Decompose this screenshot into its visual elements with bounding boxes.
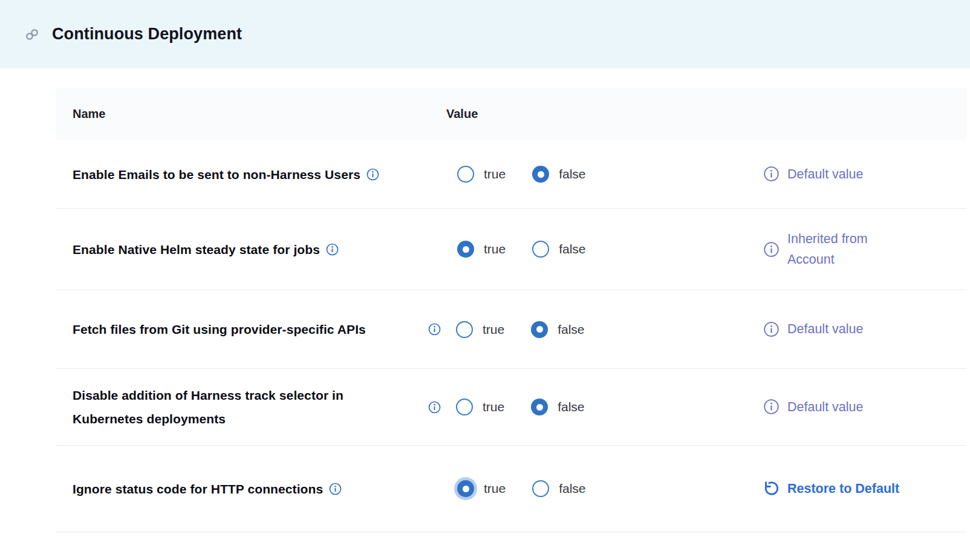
setting-value-cell: true false: [427, 399, 744, 415]
setting-value-cell: true false: [427, 166, 744, 183]
column-header-name: Name: [56, 107, 427, 121]
status-label: Default value: [787, 397, 864, 417]
radio-label-false[interactable]: false: [559, 481, 585, 496]
radio-option-false[interactable]: false: [532, 166, 585, 183]
setting-status-cell: Default value: [744, 397, 966, 417]
setting-name-cell: Enable Native Helm steady state for jobs: [56, 238, 427, 261]
radio-group: true false: [456, 399, 585, 415]
restore-to-default-button[interactable]: Restore to Default: [763, 478, 966, 499]
setting-name-cell: Fetch files from Git using provider-spec…: [56, 317, 427, 341]
info-icon[interactable]: [428, 323, 441, 336]
setting-name: Disable addition of Harness track select…: [73, 383, 402, 431]
info-icon[interactable]: [366, 168, 379, 181]
status-badge: Default value: [763, 397, 966, 417]
radio-option-true[interactable]: true: [457, 241, 506, 258]
setting-name: Enable Native Helm steady state for jobs: [73, 243, 320, 256]
setting-value-cell: true false: [427, 480, 744, 497]
setting-status-cell: Default value: [744, 319, 966, 339]
info-icon[interactable]: [329, 483, 342, 495]
radio-false[interactable]: [531, 321, 548, 338]
info-icon[interactable]: [763, 321, 780, 337]
radio-option-true[interactable]: true: [456, 321, 504, 338]
radio-label-false[interactable]: false: [559, 167, 585, 181]
radio-label-true[interactable]: true: [484, 167, 506, 181]
radio-true[interactable]: [456, 321, 473, 338]
status-badge: Default value: [763, 319, 966, 339]
table-row: Enable Native Helm steady state for jobs…: [56, 209, 966, 290]
setting-value-cell: true false: [427, 241, 744, 258]
radio-label-true[interactable]: true: [484, 242, 506, 256]
radio-group: true false: [457, 480, 586, 497]
table-row: Ignore status code for HTTP connections …: [56, 446, 966, 532]
radio-group: true false: [457, 241, 586, 258]
radio-false[interactable]: [532, 241, 549, 258]
radio-option-true[interactable]: true: [456, 399, 504, 415]
setting-name: Fetch files from Git using provider-spec…: [73, 317, 366, 341]
restore-icon[interactable]: [763, 480, 780, 497]
setting-value-cell: true false: [427, 321, 744, 338]
radio-option-false[interactable]: false: [531, 321, 584, 338]
status-label[interactable]: Restore to Default: [787, 478, 899, 499]
setting-status-cell: Restore to Default: [744, 478, 966, 499]
info-icon[interactable]: [763, 241, 780, 258]
radio-true[interactable]: [457, 166, 474, 183]
radio-label-false[interactable]: false: [558, 322, 584, 337]
radio-label-true[interactable]: true: [483, 400, 504, 414]
radio-true[interactable]: [457, 241, 474, 258]
setting-name: Enable Emails to be sent to non-Harness …: [73, 168, 360, 181]
radio-group: true false: [456, 321, 585, 338]
status-badge: Inherited from Account: [763, 229, 966, 270]
table-header-row: Name Value: [56, 88, 966, 140]
radio-option-true[interactable]: true: [457, 166, 506, 183]
radio-group: true false: [457, 166, 586, 183]
status-label: Inherited from Account: [787, 229, 911, 270]
setting-name-cell: Enable Emails to be sent to non-Harness …: [56, 163, 427, 186]
radio-label-false[interactable]: false: [559, 242, 585, 256]
status-label: Default value: [787, 164, 864, 184]
table-row: Disable addition of Harness track select…: [56, 369, 966, 446]
radio-label-true[interactable]: true: [483, 322, 504, 337]
setting-name: Ignore status code for HTTP connections: [73, 482, 323, 496]
info-icon[interactable]: [763, 166, 780, 182]
page-title: Continuous Deployment: [52, 25, 242, 44]
setting-status-cell: Inherited from Account: [744, 229, 966, 270]
column-header-value: Value: [427, 107, 744, 121]
link-icon[interactable]: [24, 27, 40, 42]
radio-false[interactable]: [532, 166, 549, 183]
setting-name-cell: Ignore status code for HTTP connections: [56, 477, 427, 501]
radio-false[interactable]: [532, 480, 549, 497]
status-badge: Default value: [763, 164, 966, 184]
info-icon[interactable]: [763, 399, 780, 415]
radio-false[interactable]: [531, 399, 548, 415]
setting-name-cell: Disable addition of Harness track select…: [56, 383, 427, 431]
radio-option-false[interactable]: false: [532, 480, 585, 497]
radio-option-false[interactable]: false: [531, 399, 584, 415]
radio-true[interactable]: [456, 399, 473, 415]
settings-table: Name Value Enable Emails to be sent to n…: [56, 88, 966, 532]
radio-option-false[interactable]: false: [532, 241, 585, 258]
table-row: Fetch files from Git using provider-spec…: [56, 290, 966, 369]
info-icon[interactable]: [326, 243, 339, 256]
radio-label-false[interactable]: false: [558, 400, 584, 414]
radio-label-true[interactable]: true: [484, 481, 506, 496]
setting-status-cell: Default value: [744, 164, 966, 184]
table-row: Enable Emails to be sent to non-Harness …: [56, 140, 966, 209]
status-label: Default value: [787, 319, 864, 339]
info-icon[interactable]: [428, 401, 441, 414]
radio-option-true[interactable]: true: [457, 480, 506, 497]
radio-true[interactable]: [457, 480, 474, 497]
section-header: Continuous Deployment: [0, 0, 970, 68]
